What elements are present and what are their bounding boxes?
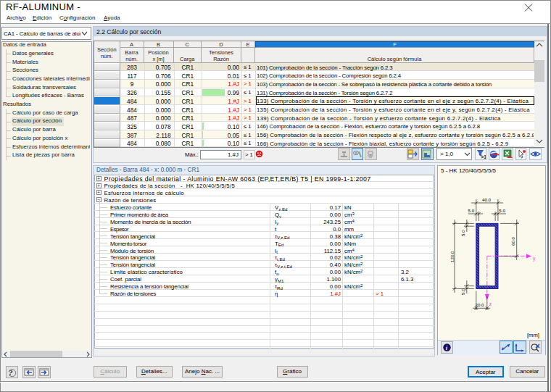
svg-text:5.0: 5.0 bbox=[468, 208, 475, 213]
svg-text:40.0: 40.0 bbox=[482, 197, 492, 202]
svg-text:z: z bbox=[489, 301, 492, 306]
svg-text:>1: >1 bbox=[481, 154, 486, 159]
svg-text:60.0: 60.0 bbox=[510, 236, 515, 246]
svg-text:5.0: 5.0 bbox=[460, 288, 465, 295]
svg-text:5.0: 5.0 bbox=[499, 208, 505, 213]
svg-text:5.0: 5.0 bbox=[460, 230, 465, 236]
svg-text:y: y bbox=[533, 256, 536, 262]
svg-text:20.0: 20.0 bbox=[476, 302, 485, 307]
svg-text:120.0: 120.0 bbox=[450, 251, 455, 262]
